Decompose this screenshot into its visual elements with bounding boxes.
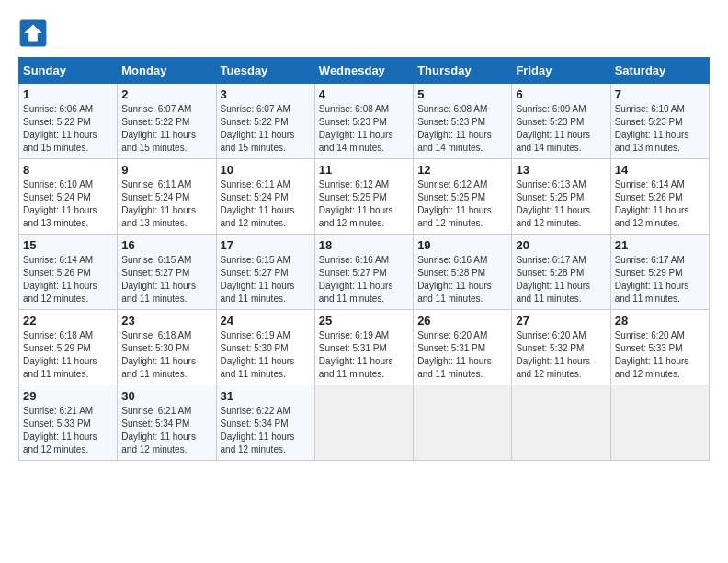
- sunset-text: Sunset: 5:23 PM: [417, 117, 485, 127]
- day-info: Sunrise: 6:12 AM Sunset: 5:25 PM Dayligh…: [417, 178, 507, 230]
- daylight-text: Daylight: 11 hours and 12 minutes.: [319, 205, 393, 228]
- day-info: Sunrise: 6:10 AM Sunset: 5:24 PM Dayligh…: [23, 178, 113, 230]
- daylight-text: Daylight: 11 hours and 12 minutes.: [121, 431, 196, 454]
- sunset-text: Sunset: 5:29 PM: [615, 268, 683, 278]
- sunrise-text: Sunrise: 6:17 AM: [615, 255, 685, 265]
- sunset-text: Sunset: 5:31 PM: [319, 343, 387, 353]
- calendar-cell: 11 Sunrise: 6:12 AM Sunset: 5:25 PM Dayl…: [314, 159, 413, 235]
- sunrise-text: Sunrise: 6:10 AM: [615, 104, 685, 114]
- sunset-text: Sunset: 5:28 PM: [516, 268, 584, 278]
- daylight-text: Daylight: 11 hours and 11 minutes.: [221, 281, 295, 304]
- daylight-text: Daylight: 11 hours and 12 minutes.: [23, 281, 97, 304]
- sunset-text: Sunset: 5:22 PM: [121, 117, 189, 127]
- sunset-text: Sunset: 5:26 PM: [23, 268, 91, 278]
- calendar-cell: 10 Sunrise: 6:11 AM Sunset: 5:24 PM Dayl…: [216, 159, 314, 235]
- logo-icon: [18, 18, 48, 48]
- day-number: 1: [23, 87, 113, 101]
- sunrise-text: Sunrise: 6:14 AM: [23, 255, 93, 265]
- sunset-text: Sunset: 5:25 PM: [319, 192, 387, 202]
- daylight-text: Daylight: 11 hours and 11 minutes.: [417, 281, 492, 304]
- day-number: 10: [221, 163, 311, 177]
- calendar-cell: 3 Sunrise: 6:07 AM Sunset: 5:22 PM Dayli…: [216, 84, 314, 159]
- sunset-text: Sunset: 5:24 PM: [221, 192, 289, 202]
- daylight-text: Daylight: 11 hours and 14 minutes.: [319, 130, 393, 153]
- day-number: 3: [221, 87, 311, 101]
- daylight-text: Daylight: 11 hours and 12 minutes.: [516, 356, 590, 379]
- calendar-cell: 27 Sunrise: 6:20 AM Sunset: 5:32 PM Dayl…: [512, 310, 610, 385]
- day-info: Sunrise: 6:19 AM Sunset: 5:30 PM Dayligh…: [221, 329, 311, 381]
- sunset-text: Sunset: 5:22 PM: [23, 117, 91, 127]
- sunrise-text: Sunrise: 6:10 AM: [23, 179, 93, 190]
- daylight-text: Daylight: 11 hours and 12 minutes.: [417, 205, 492, 228]
- calendar-week-row: 1 Sunrise: 6:06 AM Sunset: 5:22 PM Dayli…: [19, 84, 710, 159]
- header-cell-tuesday: Tuesday: [216, 58, 314, 84]
- calendar-cell: 24 Sunrise: 6:19 AM Sunset: 5:30 PM Dayl…: [216, 310, 314, 385]
- header-cell-thursday: Thursday: [414, 58, 512, 84]
- daylight-text: Daylight: 11 hours and 13 minutes.: [615, 130, 689, 153]
- calendar-cell: 15 Sunrise: 6:14 AM Sunset: 5:26 PM Dayl…: [19, 235, 118, 310]
- sunset-text: Sunset: 5:23 PM: [319, 117, 387, 127]
- calendar-cell: 23 Sunrise: 6:18 AM Sunset: 5:30 PM Dayl…: [118, 310, 216, 385]
- sunrise-text: Sunrise: 6:08 AM: [417, 104, 487, 114]
- sunrise-text: Sunrise: 6:12 AM: [319, 179, 389, 190]
- daylight-text: Daylight: 11 hours and 11 minutes.: [319, 281, 393, 304]
- day-info: Sunrise: 6:17 AM Sunset: 5:28 PM Dayligh…: [516, 254, 606, 305]
- sunset-text: Sunset: 5:33 PM: [23, 419, 91, 429]
- day-number: 19: [417, 238, 507, 252]
- day-info: Sunrise: 6:21 AM Sunset: 5:33 PM Dayligh…: [23, 405, 113, 456]
- day-info: Sunrise: 6:18 AM Sunset: 5:29 PM Dayligh…: [23, 329, 113, 381]
- calendar-cell: 6 Sunrise: 6:09 AM Sunset: 5:23 PM Dayli…: [512, 84, 610, 159]
- sunset-text: Sunset: 5:33 PM: [615, 343, 683, 353]
- calendar-cell: 31 Sunrise: 6:22 AM Sunset: 5:34 PM Dayl…: [216, 385, 314, 461]
- day-info: Sunrise: 6:11 AM Sunset: 5:24 PM Dayligh…: [121, 178, 211, 230]
- calendar-table: SundayMondayTuesdayWednesdayThursdayFrid…: [18, 57, 710, 461]
- day-info: Sunrise: 6:11 AM Sunset: 5:24 PM Dayligh…: [221, 178, 311, 230]
- sunset-text: Sunset: 5:25 PM: [516, 192, 584, 202]
- calendar-body: 1 Sunrise: 6:06 AM Sunset: 5:22 PM Dayli…: [19, 84, 710, 461]
- calendar-cell: [414, 385, 512, 461]
- sunset-text: Sunset: 5:31 PM: [417, 343, 485, 353]
- calendar-cell: 4 Sunrise: 6:08 AM Sunset: 5:23 PM Dayli…: [314, 84, 413, 159]
- sunset-text: Sunset: 5:23 PM: [615, 117, 683, 127]
- calendar-week-row: 22 Sunrise: 6:18 AM Sunset: 5:29 PM Dayl…: [19, 310, 710, 385]
- day-number: 24: [221, 314, 311, 327]
- day-info: Sunrise: 6:19 AM Sunset: 5:31 PM Dayligh…: [319, 329, 409, 381]
- daylight-text: Daylight: 11 hours and 11 minutes.: [516, 281, 590, 304]
- day-number: 29: [23, 389, 113, 403]
- daylight-text: Daylight: 11 hours and 12 minutes.: [23, 431, 97, 454]
- page-header: [18, 18, 710, 48]
- calendar-week-row: 15 Sunrise: 6:14 AM Sunset: 5:26 PM Dayl…: [19, 235, 710, 310]
- calendar-header: SundayMondayTuesdayWednesdayThursdayFrid…: [19, 58, 710, 84]
- sunrise-text: Sunrise: 6:16 AM: [417, 255, 487, 265]
- sunrise-text: Sunrise: 6:22 AM: [221, 406, 290, 416]
- sunrise-text: Sunrise: 6:06 AM: [23, 104, 93, 114]
- sunrise-text: Sunrise: 6:19 AM: [221, 330, 290, 340]
- day-info: Sunrise: 6:15 AM Sunset: 5:27 PM Dayligh…: [221, 254, 311, 305]
- daylight-text: Daylight: 11 hours and 12 minutes.: [516, 205, 590, 228]
- day-number: 12: [417, 163, 507, 177]
- header-cell-sunday: Sunday: [19, 58, 118, 84]
- calendar-cell: 17 Sunrise: 6:15 AM Sunset: 5:27 PM Dayl…: [216, 235, 314, 310]
- daylight-text: Daylight: 11 hours and 13 minutes.: [23, 205, 97, 228]
- sunset-text: Sunset: 5:24 PM: [121, 192, 189, 202]
- sunrise-text: Sunrise: 6:17 AM: [516, 255, 586, 265]
- day-info: Sunrise: 6:07 AM Sunset: 5:22 PM Dayligh…: [221, 103, 311, 155]
- daylight-text: Daylight: 11 hours and 11 minutes.: [121, 281, 196, 304]
- sunrise-text: Sunrise: 6:09 AM: [516, 104, 586, 114]
- day-info: Sunrise: 6:09 AM Sunset: 5:23 PM Dayligh…: [516, 103, 606, 155]
- day-info: Sunrise: 6:14 AM Sunset: 5:26 PM Dayligh…: [615, 178, 705, 230]
- day-number: 4: [319, 87, 409, 101]
- day-number: 7: [615, 87, 705, 101]
- sunset-text: Sunset: 5:24 PM: [23, 192, 91, 202]
- day-number: 15: [23, 238, 113, 252]
- daylight-text: Daylight: 11 hours and 14 minutes.: [516, 130, 590, 153]
- sunrise-text: Sunrise: 6:15 AM: [221, 255, 290, 265]
- daylight-text: Daylight: 11 hours and 15 minutes.: [221, 130, 295, 153]
- sunrise-text: Sunrise: 6:13 AM: [516, 179, 586, 190]
- sunset-text: Sunset: 5:27 PM: [319, 268, 387, 278]
- sunrise-text: Sunrise: 6:07 AM: [121, 104, 191, 114]
- day-info: Sunrise: 6:08 AM Sunset: 5:23 PM Dayligh…: [417, 103, 507, 155]
- day-info: Sunrise: 6:12 AM Sunset: 5:25 PM Dayligh…: [319, 178, 409, 230]
- calendar-cell: 1 Sunrise: 6:06 AM Sunset: 5:22 PM Dayli…: [19, 84, 118, 159]
- sunrise-text: Sunrise: 6:21 AM: [23, 406, 93, 416]
